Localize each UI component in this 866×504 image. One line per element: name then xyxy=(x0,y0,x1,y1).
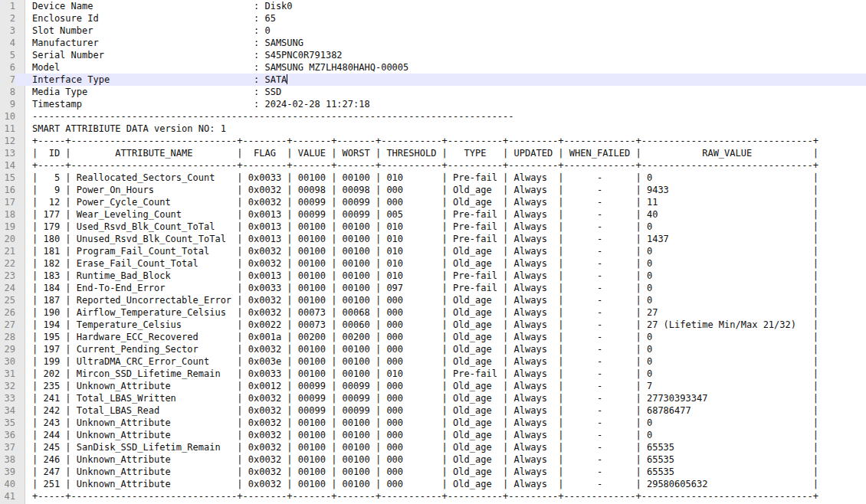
line-number[interactable]: 37 xyxy=(0,441,15,453)
line-text[interactable]: Model : SAMSUNG MZ7LH480HAHQ-00005 xyxy=(15,61,866,74)
line-number[interactable]: 41 xyxy=(0,490,15,502)
line-number[interactable]: 8 xyxy=(0,86,15,98)
line-number[interactable]: 27 xyxy=(0,319,15,331)
line-text[interactable]: Media Type : SSD xyxy=(15,86,866,98)
editor-line[interactable]: 20| 180 | Unused_Rsvd_Blk_Count_ToTal | … xyxy=(0,233,866,245)
line-text[interactable]: | 242 | Total_LBAS_Read | 0x0032 | 00099… xyxy=(15,404,866,417)
editor-line[interactable]: 5Serial Number : S45PNC0R791382 xyxy=(0,49,866,61)
line-text[interactable]: | 190 | Airflow_Temperature_Celsius | 0x… xyxy=(15,306,866,319)
line-number[interactable]: 26 xyxy=(0,306,15,319)
line-text[interactable]: | 181 | Program_Fail_Count_Total | 0x003… xyxy=(15,245,866,257)
line-number[interactable]: 19 xyxy=(0,221,15,233)
editor-line[interactable]: 24| 184 | End-To-End_Error | 0x0033 | 00… xyxy=(0,282,866,294)
editor-line[interactable]: 30| 199 | UltraDMA_CRC_Error_Count | 0x0… xyxy=(0,355,866,368)
line-number[interactable]: 12 xyxy=(0,135,15,147)
line-number[interactable]: 3 xyxy=(0,25,15,37)
editor-line[interactable]: 2Enclosure Id : 65 xyxy=(0,12,866,25)
line-text[interactable]: | 12 | Power_Cycle_Count | 0x0032 | 0009… xyxy=(15,196,866,208)
editor-line[interactable]: 34| 242 | Total_LBAS_Read | 0x0032 | 000… xyxy=(0,404,866,417)
line-text[interactable]: SMART ATTRIBIUTE DATA version NO: 1 xyxy=(15,123,866,135)
line-text[interactable]: | 179 | Used_Rsvd_Blk_Count_ToTal | 0x00… xyxy=(15,221,866,233)
editor-line[interactable]: 27| 194 | Temperature_Celsius | 0x0022 |… xyxy=(0,319,866,331)
line-number[interactable]: 15 xyxy=(0,172,15,184)
line-text[interactable]: Manufacturer : SAMSUNG xyxy=(15,37,866,49)
text-editor[interactable]: 1Device Name : Disk02Enclosure Id : 653S… xyxy=(0,0,866,504)
editor-line[interactable]: 22| 182 | Erase_Fail_Count_Total | 0x003… xyxy=(0,257,866,270)
line-text[interactable]: | 183 | Runtime_Bad_Block | 0x0013 | 001… xyxy=(15,270,866,282)
line-number[interactable]: 29 xyxy=(0,343,15,355)
line-text[interactable]: +-----+------------------------------+--… xyxy=(15,159,866,172)
line-text[interactable]: | 187 | Reported_Uncorrectable_Error | 0… xyxy=(15,294,866,306)
line-text[interactable]: | 177 | Wear_Leveling_Count | 0x0013 | 0… xyxy=(15,208,866,221)
line-number[interactable]: 10 xyxy=(0,110,15,123)
line-number[interactable]: 18 xyxy=(0,208,15,221)
line-number[interactable]: 21 xyxy=(0,245,15,257)
line-number[interactable]: 31 xyxy=(0,368,15,380)
line-number[interactable]: 1 xyxy=(0,0,15,12)
line-number[interactable]: 6 xyxy=(0,61,15,74)
editor-line[interactable]: 10--------------------------------------… xyxy=(0,110,866,123)
line-text[interactable]: | ID | ATTRIBUTE_NAME | FLAG | VALUE | W… xyxy=(15,147,866,159)
line-number[interactable]: 36 xyxy=(0,429,15,441)
editor-line[interactable]: 9Timestamp : 2024-02-28 11:27:18 xyxy=(0,98,866,110)
line-number[interactable]: 7 xyxy=(0,74,15,86)
line-number[interactable]: 16 xyxy=(0,184,15,196)
line-number[interactable]: 13 xyxy=(0,147,15,159)
line-text[interactable]: +-----+------------------------------+--… xyxy=(15,135,866,147)
line-text[interactable]: | 243 | Unknown_Attribute | 0x0032 | 001… xyxy=(15,417,866,429)
line-text[interactable]: | 235 | Unknown_Attribute | 0x0012 | 000… xyxy=(15,380,866,392)
editor-line[interactable]: 7Interface Type : SATA xyxy=(0,74,866,86)
editor-line[interactable]: 18| 177 | Wear_Leveling_Count | 0x0013 |… xyxy=(0,208,866,221)
line-text[interactable]: | 195 | Hardware_ECC_Recovered | 0x001a … xyxy=(15,331,866,343)
line-number[interactable]: 14 xyxy=(0,159,15,172)
editor-line[interactable]: 41+-----+------------------------------+… xyxy=(0,490,866,502)
line-number[interactable]: 28 xyxy=(0,331,15,343)
line-text[interactable]: Timestamp : 2024-02-28 11:27:18 xyxy=(15,98,866,110)
editor-line[interactable]: 26| 190 | Airflow_Temperature_Celsius | … xyxy=(0,306,866,319)
line-number[interactable]: 11 xyxy=(0,123,15,135)
line-text[interactable]: | 180 | Unused_Rsvd_Blk_Count_ToTal | 0x… xyxy=(15,233,866,245)
line-text[interactable]: | 245 | SanDisk_SSD_Lifetim_Remain | 0x0… xyxy=(15,441,866,453)
line-text[interactable]: | 194 | Temperature_Celsius | 0x0022 | 0… xyxy=(15,319,866,331)
editor-line[interactable]: 1Device Name : Disk0 xyxy=(0,0,866,12)
line-text[interactable]: | 5 | Reallocated_Sectors_Count | 0x0033… xyxy=(15,172,866,184)
line-number[interactable]: 32 xyxy=(0,380,15,392)
line-number[interactable]: 24 xyxy=(0,282,15,294)
line-number[interactable]: 22 xyxy=(0,257,15,270)
line-text[interactable]: | 247 | Unknown_Attribute | 0x0032 | 001… xyxy=(15,466,866,478)
line-text[interactable]: | 246 | Unknown_Attribute | 0x0032 | 001… xyxy=(15,453,866,466)
editor-line[interactable]: 19| 179 | Used_Rsvd_Blk_Count_ToTal | 0x… xyxy=(0,221,866,233)
line-number[interactable]: 38 xyxy=(0,453,15,466)
line-number[interactable]: 17 xyxy=(0,196,15,208)
line-number[interactable]: 20 xyxy=(0,233,15,245)
line-text[interactable]: | 182 | Erase_Fail_Count_Total | 0x0032 … xyxy=(15,257,866,270)
editor-line[interactable]: 25| 187 | Reported_Uncorrectable_Error |… xyxy=(0,294,866,306)
editor-line[interactable]: 39| 247 | Unknown_Attribute | 0x0032 | 0… xyxy=(0,466,866,478)
line-text[interactable]: Device Name : Disk0 xyxy=(15,0,866,12)
editor-line[interactable]: 14+-----+------------------------------+… xyxy=(0,159,866,172)
editor-line[interactable]: 11SMART ATTRIBIUTE DATA version NO: 1 xyxy=(0,123,866,135)
line-text[interactable]: ----------------------------------------… xyxy=(15,110,866,123)
editor-line[interactable]: 4Manufacturer : SAMSUNG xyxy=(0,37,866,49)
line-text[interactable]: +-----+------------------------------+--… xyxy=(15,490,866,502)
line-text[interactable]: Slot Number : 0 xyxy=(15,25,866,37)
editor-line[interactable]: 28| 195 | Hardware_ECC_Recovered | 0x001… xyxy=(0,331,866,343)
editor-lines[interactable]: 1Device Name : Disk02Enclosure Id : 653S… xyxy=(0,0,866,502)
line-number[interactable]: 34 xyxy=(0,404,15,417)
editor-line[interactable]: 17| 12 | Power_Cycle_Count | 0x0032 | 00… xyxy=(0,196,866,208)
editor-line[interactable]: 36| 244 | Unknown_Attribute | 0x0032 | 0… xyxy=(0,429,866,441)
line-text[interactable]: | 241 | Total_LBAS_Written | 0x0032 | 00… xyxy=(15,392,866,404)
editor-line[interactable]: 15| 5 | Reallocated_Sectors_Count | 0x00… xyxy=(0,172,866,184)
line-number[interactable]: 2 xyxy=(0,12,15,25)
line-number[interactable]: 39 xyxy=(0,466,15,478)
line-number[interactable]: 23 xyxy=(0,270,15,282)
editor-line[interactable]: 16| 9 | Power_On_Hours | 0x0032 | 00098 … xyxy=(0,184,866,196)
editor-line[interactable]: 33| 241 | Total_LBAS_Written | 0x0032 | … xyxy=(0,392,866,404)
editor-line[interactable]: 13| ID | ATTRIBUTE_NAME | FLAG | VALUE |… xyxy=(0,147,866,159)
line-number[interactable]: 40 xyxy=(0,478,15,490)
editor-line[interactable]: 29| 197 | Current_Pending_Sector | 0x003… xyxy=(0,343,866,355)
editor-line[interactable]: 6Model : SAMSUNG MZ7LH480HAHQ-00005 xyxy=(0,61,866,74)
line-number[interactable]: 9 xyxy=(0,98,15,110)
editor-line[interactable]: 8Media Type : SSD xyxy=(0,86,866,98)
line-number[interactable]: 25 xyxy=(0,294,15,306)
